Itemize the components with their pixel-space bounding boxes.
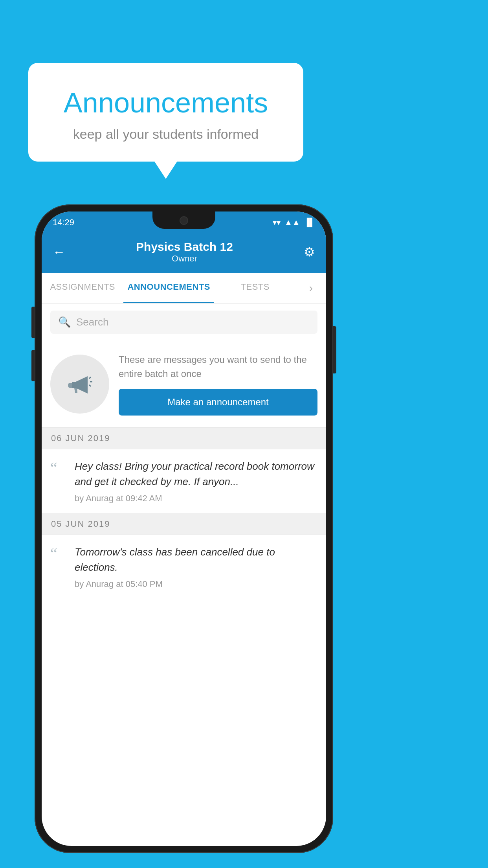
- battery-icon: ▐▌: [304, 218, 315, 227]
- settings-icon[interactable]: ⚙: [304, 245, 315, 259]
- tab-announcements[interactable]: ANNOUNCEMENTS: [123, 273, 214, 303]
- phone-screen: 14:29 ▾▾ ▲▲ ▐▌ ← Physics Batch 12 Owner …: [42, 211, 326, 846]
- speech-bubble: Announcements keep all your students inf…: [28, 63, 303, 162]
- phone-volume-down-button: [31, 350, 35, 381]
- announcement-item-1[interactable]: “ Hey class! Bring your practical record…: [42, 449, 326, 513]
- promo-description: These are messages you want to send to t…: [119, 353, 317, 381]
- tab-more[interactable]: ›: [296, 273, 326, 303]
- bubble-title: Announcements: [48, 86, 284, 119]
- phone-camera: [180, 216, 188, 225]
- search-placeholder: Search: [76, 316, 108, 328]
- wifi-icon: ▾▾: [273, 218, 281, 227]
- promo-icon-circle: [50, 355, 109, 414]
- phone-outer: 14:29 ▾▾ ▲▲ ▐▌ ← Physics Batch 12 Owner …: [35, 204, 333, 853]
- date-separator-2: 05 JUN 2019: [42, 513, 326, 535]
- header-center: Physics Batch 12 Owner: [136, 240, 233, 264]
- speech-bubble-wrapper: Announcements keep all your students inf…: [28, 63, 303, 162]
- header-title: Physics Batch 12: [136, 240, 233, 254]
- announcement-meta-1: by Anurag at 09:42 AM: [75, 493, 317, 504]
- tab-assignments[interactable]: ASSIGNMENTS: [42, 273, 123, 303]
- svg-line-2: [89, 385, 91, 386]
- tabs-bar: ASSIGNMENTS ANNOUNCEMENTS TESTS ›: [42, 273, 326, 303]
- tab-tests[interactable]: TESTS: [214, 273, 296, 303]
- signal-icon: ▲▲: [284, 218, 300, 227]
- promo-right: These are messages you want to send to t…: [119, 353, 317, 416]
- announcement-content-1: Hey class! Bring your practical record b…: [75, 459, 317, 504]
- status-time: 14:29: [53, 217, 74, 228]
- search-bar[interactable]: 🔍 Search: [50, 311, 317, 334]
- make-announcement-button[interactable]: Make an announcement: [119, 389, 317, 416]
- announcement-item-2[interactable]: “ Tomorrow's class has been cancelled du…: [42, 535, 326, 599]
- megaphone-icon: [64, 368, 95, 400]
- announcement-text-2: Tomorrow's class has been cancelled due …: [75, 544, 317, 575]
- back-button[interactable]: ←: [53, 245, 65, 259]
- bubble-subtitle: keep all your students informed: [48, 127, 284, 142]
- date-separator-1: 06 JUN 2019: [42, 428, 326, 449]
- search-container: 🔍 Search: [42, 303, 326, 341]
- status-icons: ▾▾ ▲▲ ▐▌: [273, 218, 315, 227]
- phone-volume-up-button: [31, 307, 35, 338]
- announcement-promo: These are messages you want to send to t…: [42, 341, 326, 428]
- phone-notch: [152, 211, 215, 229]
- quote-icon-2: “: [50, 546, 66, 562]
- header-subtitle: Owner: [136, 254, 233, 264]
- search-icon: 🔍: [58, 316, 71, 328]
- announcement-meta-2: by Anurag at 05:40 PM: [75, 579, 317, 589]
- svg-line-0: [89, 377, 91, 379]
- phone-power-button: [333, 326, 336, 373]
- phone-mockup: 14:29 ▾▾ ▲▲ ▐▌ ← Physics Batch 12 Owner …: [35, 204, 333, 853]
- app-header: ← Physics Batch 12 Owner ⚙: [42, 233, 326, 273]
- announcement-content-2: Tomorrow's class has been cancelled due …: [75, 544, 317, 589]
- announcement-text-1: Hey class! Bring your practical record b…: [75, 459, 317, 489]
- quote-icon-1: “: [50, 460, 66, 476]
